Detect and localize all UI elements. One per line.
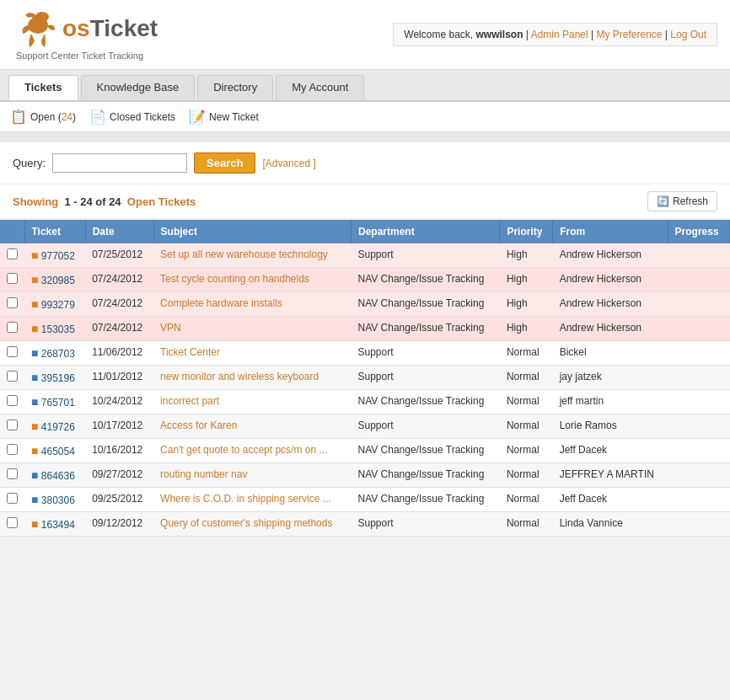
row-progress — [668, 488, 729, 512]
ticket-id-link[interactable]: 864636 — [41, 470, 75, 482]
row-department: Support — [351, 366, 499, 390]
subject-link[interactable]: new monitor and wireless keyboard — [160, 371, 319, 382]
ticket-id-link[interactable]: 153035 — [41, 323, 75, 335]
col-priority[interactable]: Priority — [500, 220, 553, 243]
row-checkbox[interactable] — [7, 297, 18, 308]
row-priority: Normal — [500, 512, 553, 537]
row-checkbox[interactable] — [7, 248, 18, 259]
subject-link[interactable]: VPN — [160, 322, 181, 334]
tab-tickets[interactable]: Tickets — [8, 75, 78, 100]
row-progress — [668, 463, 729, 488]
row-department: Support — [351, 341, 499, 366]
my-preference-link[interactable]: My Preference — [596, 29, 662, 40]
ticket-id-link[interactable]: 993279 — [41, 299, 75, 311]
log-out-link[interactable]: Log Out — [670, 29, 706, 40]
ticket-id-link[interactable]: 268703 — [41, 348, 75, 360]
tab-knowledge-base[interactable]: Knowledge Base — [81, 75, 196, 100]
row-subject: Test cycle counting on handhelds — [153, 268, 351, 292]
col-checkbox — [0, 220, 24, 243]
table-row: ■ 153035 07/24/2012 VPN NAV Change/Issue… — [0, 317, 730, 341]
row-priority: High — [500, 292, 553, 317]
subject-link[interactable]: Complete hardware installs — [160, 297, 282, 309]
row-checkbox[interactable] — [7, 395, 18, 406]
row-priority: High — [500, 317, 553, 341]
row-subject: Where is C.O.D. in shipping service ... — [153, 488, 351, 512]
row-progress — [668, 341, 729, 366]
col-progress[interactable]: Progress — [668, 220, 729, 243]
subject-link[interactable]: Test cycle counting on handhelds — [160, 273, 309, 285]
col-department[interactable]: Department — [351, 220, 499, 243]
row-department: NAV Change/Issue Tracking — [351, 317, 499, 341]
ticket-id-link[interactable]: 465054 — [41, 446, 75, 457]
row-ticket-id: ■ 977052 — [24, 243, 85, 268]
ticket-id-link[interactable]: 380306 — [41, 494, 75, 506]
ticket-type-icon: ■ — [31, 517, 38, 531]
row-department: Support — [351, 414, 499, 439]
ticket-type-icon: ■ — [31, 297, 38, 311]
subject-link[interactable]: routing number nav — [160, 468, 247, 480]
row-checkbox-cell — [0, 268, 24, 292]
search-input[interactable] — [52, 153, 187, 173]
col-date[interactable]: Date — [85, 220, 153, 243]
subject-link[interactable]: Query of customer's shipping methods — [160, 517, 332, 529]
subject-link[interactable]: Ticket Center — [160, 346, 220, 358]
welcome-text: Welcome back, — [404, 29, 473, 40]
divider — [0, 132, 730, 142]
ticket-id-link[interactable]: 419726 — [41, 421, 75, 433]
row-checkbox[interactable] — [7, 371, 18, 382]
advanced-link[interactable]: [Advanced ] — [262, 158, 315, 169]
row-from: Jeff Dacek — [553, 488, 668, 512]
col-ticket[interactable]: Ticket — [24, 220, 85, 243]
row-from: JEFFREY A MARTIN — [553, 463, 668, 488]
closed-tickets-link[interactable]: 📄 Closed Tickets — [89, 109, 175, 125]
tab-directory[interactable]: Directory — [197, 75, 273, 100]
refresh-icon: 🔄 — [657, 195, 669, 207]
ticket-type-icon: ■ — [31, 273, 38, 286]
subject-link[interactable]: Where is C.O.D. in shipping service ... — [160, 493, 331, 505]
row-checkbox[interactable] — [7, 517, 18, 528]
row-date: 07/24/2012 — [85, 317, 153, 341]
subject-link[interactable]: Can't get quote to accept pcs/m on ... — [160, 444, 327, 456]
tab-my-account[interactable]: My Account — [276, 75, 364, 100]
row-checkbox[interactable] — [7, 444, 18, 455]
row-checkbox[interactable] — [7, 468, 18, 479]
col-from[interactable]: From — [553, 220, 668, 243]
row-from: Jeff Dacek — [553, 439, 668, 463]
subject-link[interactable]: Set up all new warehouse technology — [160, 248, 328, 260]
row-date: 07/24/2012 — [85, 292, 153, 317]
row-department: NAV Change/Issue Tracking — [351, 390, 499, 414]
row-checkbox[interactable] — [7, 322, 18, 333]
subject-link[interactable]: Access for Karen — [160, 419, 237, 431]
row-ticket-id: ■ 993279 — [24, 292, 85, 317]
logo-tagline: Support Center Ticket Tracking — [13, 51, 158, 61]
row-checkbox[interactable] — [7, 419, 18, 430]
row-date: 09/12/2012 — [85, 512, 153, 537]
row-progress — [668, 292, 729, 317]
row-checkbox[interactable] — [7, 346, 18, 357]
row-subject: Query of customer's shipping methods — [153, 512, 351, 537]
ticket-id-link[interactable]: 320985 — [41, 275, 75, 286]
row-department: NAV Change/Issue Tracking — [351, 488, 499, 512]
open-tickets-link[interactable]: 📋 Open (24) — [10, 109, 76, 125]
row-priority: Normal — [500, 414, 553, 439]
ticket-id-link[interactable]: 163494 — [41, 519, 75, 531]
col-subject[interactable]: Subject — [153, 220, 351, 243]
row-checkbox-cell — [0, 292, 24, 317]
new-ticket-link[interactable]: 📝 New Ticket — [189, 109, 259, 125]
closed-icon: 📄 — [89, 109, 106, 125]
row-checkbox[interactable] — [7, 493, 18, 504]
admin-panel-link[interactable]: Admin Panel — [531, 29, 588, 40]
subject-link[interactable]: incorrect part — [160, 395, 219, 407]
ticket-id-link[interactable]: 977052 — [41, 250, 75, 262]
row-priority: Normal — [500, 439, 553, 463]
search-button[interactable]: Search — [194, 152, 255, 174]
row-checkbox[interactable] — [7, 273, 18, 284]
row-progress — [668, 414, 729, 439]
row-ticket-id: ■ 864636 — [24, 463, 85, 488]
refresh-button[interactable]: 🔄 Refresh — [647, 191, 717, 211]
ticket-id-link[interactable]: 765701 — [41, 397, 75, 409]
table-row: ■ 380306 09/25/2012 Where is C.O.D. in s… — [0, 488, 730, 512]
table-row: ■ 465054 10/16/2012 Can't get quote to a… — [0, 439, 730, 463]
row-from: jay jatzek — [553, 366, 668, 390]
ticket-id-link[interactable]: 395196 — [41, 372, 75, 384]
